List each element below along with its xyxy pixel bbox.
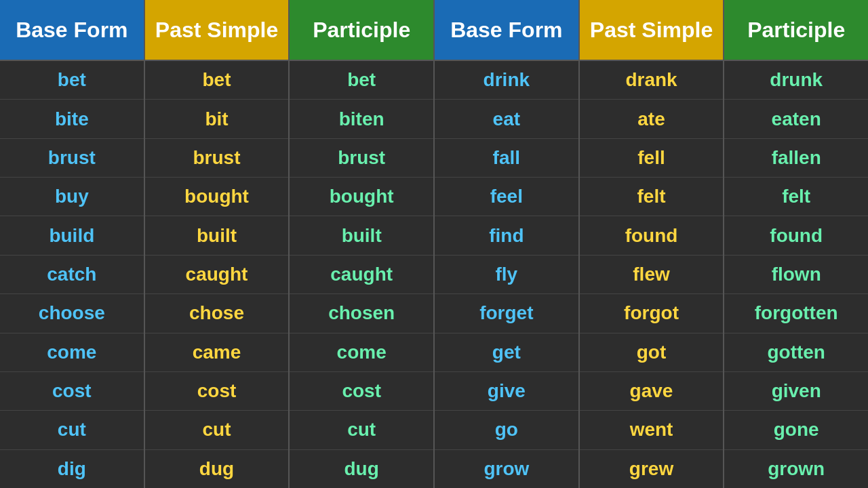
cell-participle-1-6: chosen [290, 294, 433, 333]
cell-participle-1-8: cost [290, 372, 433, 411]
cell-base-form-1-3: buy [0, 178, 144, 216]
header-participle-1: Participle [290, 0, 433, 60]
cell-participle-1-3: bought [290, 178, 433, 216]
cell-base-form-1-1: bite [0, 100, 144, 138]
cell-participle-1-2: brust [290, 139, 433, 178]
cell-past-simple-1-2: brust [145, 139, 289, 178]
column-past-simple-1: Past Simplebetbitbrustboughtbuiltcaughtc… [145, 0, 290, 488]
body-base-form-1: betbitebrustbuybuildcatchchoosecomecostc… [0, 60, 144, 488]
cell-participle-2-1: eaten [724, 100, 868, 138]
cell-base-form-1-4: build [0, 216, 144, 255]
cell-past-simple-1-8: cost [145, 372, 289, 411]
cell-base-form-2-10: grow [435, 450, 578, 488]
cell-participle-1-4: built [290, 216, 433, 255]
cell-past-simple-1-7: came [145, 333, 289, 372]
cell-past-simple-2-0: drank [580, 61, 724, 100]
cell-base-form-2-9: go [435, 411, 578, 449]
body-past-simple-1: betbitbrustboughtbuiltcaughtchosecamecos… [145, 60, 289, 488]
cell-past-simple-1-5: caught [145, 256, 289, 294]
cell-participle-2-6: forgotten [724, 294, 868, 333]
cell-past-simple-2-9: went [580, 411, 724, 449]
cell-base-form-1-9: cut [0, 411, 144, 449]
column-past-simple-2: Past Simpledrankatefellfeltfoundflewforg… [580, 0, 725, 488]
cell-base-form-2-1: eat [435, 100, 578, 138]
cell-past-simple-2-5: flew [580, 256, 724, 294]
cell-participle-1-5: caught [290, 256, 433, 294]
cell-base-form-1-2: brust [0, 139, 144, 178]
cell-participle-2-2: fallen [724, 139, 868, 178]
column-participle-2: Participledrunkeatenfallenfeltfoundflown… [724, 0, 868, 488]
header-base-form-2: Base Form [435, 0, 578, 60]
cell-past-simple-2-2: fell [580, 139, 724, 178]
cell-participle-1-0: bet [290, 61, 433, 100]
cell-past-simple-2-8: gave [580, 372, 724, 411]
cell-base-form-2-0: drink [435, 61, 578, 100]
body-participle-2: drunkeatenfallenfeltfoundflownforgotteng… [724, 60, 868, 488]
cell-base-form-2-3: feel [435, 178, 578, 216]
cell-participle-2-10: grown [724, 450, 868, 488]
cell-participle-1-10: dug [290, 450, 433, 488]
cell-base-form-1-7: come [0, 333, 144, 372]
cell-base-form-1-8: cost [0, 372, 144, 411]
column-base-form-1: Base Formbetbitebrustbuybuildcatchchoose… [0, 0, 145, 488]
column-base-form-2: Base Formdrinkeatfallfeelfindflyforgetge… [435, 0, 580, 488]
cell-base-form-1-5: catch [0, 256, 144, 294]
irregular-verbs-table: Base Formbetbitebrustbuybuildcatchchoose… [0, 0, 868, 488]
cell-participle-1-1: biten [290, 100, 433, 138]
cell-participle-1-7: come [290, 333, 433, 372]
cell-past-simple-1-10: dug [145, 450, 289, 488]
body-base-form-2: drinkeatfallfeelfindflyforgetgetgivegogr… [435, 60, 578, 488]
body-past-simple-2: drankatefellfeltfoundflewforgotgotgavewe… [580, 60, 724, 488]
cell-past-simple-1-4: built [145, 216, 289, 255]
cell-past-simple-2-4: found [580, 216, 724, 255]
cell-past-simple-1-3: bought [145, 178, 289, 216]
cell-past-simple-2-1: ate [580, 100, 724, 138]
cell-past-simple-2-3: felt [580, 178, 724, 216]
cell-base-form-2-5: fly [435, 256, 578, 294]
header-participle-2: Participle [724, 0, 868, 60]
cell-base-form-2-2: fall [435, 139, 578, 178]
cell-base-form-2-8: give [435, 372, 578, 411]
cell-past-simple-2-6: forgot [580, 294, 724, 333]
cell-participle-2-9: gone [724, 411, 868, 449]
cell-participle-2-3: felt [724, 178, 868, 216]
cell-past-simple-1-1: bit [145, 100, 289, 138]
cell-participle-2-7: gotten [724, 333, 868, 372]
column-participle-1: Participlebetbitenbrustboughtbuiltcaught… [290, 0, 435, 488]
cell-participle-2-5: flown [724, 256, 868, 294]
cell-base-form-1-10: dig [0, 450, 144, 488]
cell-past-simple-1-9: cut [145, 411, 289, 449]
cell-base-form-2-4: find [435, 216, 578, 255]
cell-base-form-1-6: choose [0, 294, 144, 333]
cell-participle-1-9: cut [290, 411, 433, 449]
cell-participle-2-8: given [724, 372, 868, 411]
cell-past-simple-2-7: got [580, 333, 724, 372]
cell-participle-2-0: drunk [724, 61, 868, 100]
cell-participle-2-4: found [724, 216, 868, 255]
cell-base-form-1-0: bet [0, 61, 144, 100]
cell-base-form-2-7: get [435, 333, 578, 372]
cell-past-simple-2-10: grew [580, 450, 724, 488]
cell-base-form-2-6: forget [435, 294, 578, 333]
cell-past-simple-1-6: chose [145, 294, 289, 333]
header-past-simple-1: Past Simple [145, 0, 289, 60]
header-base-form-1: Base Form [0, 0, 144, 60]
cell-past-simple-1-0: bet [145, 61, 289, 100]
header-past-simple-2: Past Simple [580, 0, 724, 60]
body-participle-1: betbitenbrustboughtbuiltcaughtchosencome… [290, 60, 433, 488]
